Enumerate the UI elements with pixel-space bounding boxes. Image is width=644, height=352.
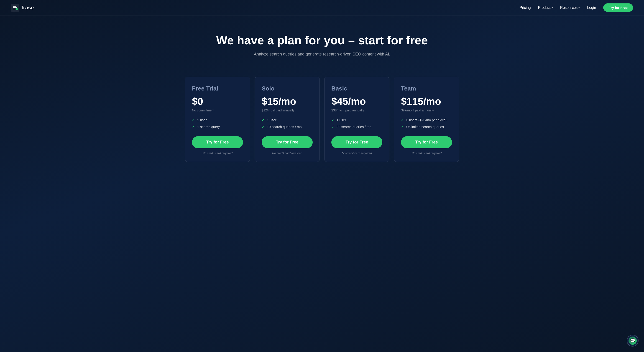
plan-name: Free Trial xyxy=(192,85,243,92)
hero-subheading: Analyze search queries and generate rese… xyxy=(254,52,390,57)
feature-item: ✓ Unlimited search queries xyxy=(401,125,452,129)
feature-text: 1 search query xyxy=(197,125,220,129)
no-credit-text: No credit card required xyxy=(262,152,313,155)
plan-name: Basic xyxy=(331,85,382,92)
plan-price: $115/mo xyxy=(401,96,452,107)
chat-bubble-icon: 💬 xyxy=(628,337,637,345)
no-credit-text: No credit card required xyxy=(401,152,452,155)
svg-rect-1 xyxy=(13,6,16,6)
plan-annual-note: No commitment xyxy=(192,108,243,113)
check-icon: ✓ xyxy=(262,125,264,129)
pricing-card-free-trial: Free Trial $0 No commitment ✓ 1 user ✓ 1… xyxy=(185,77,250,162)
plan-cta-button[interactable]: Try for Free xyxy=(331,136,382,148)
check-icon: ✓ xyxy=(262,118,264,122)
feature-item: ✓ 1 user xyxy=(331,118,382,122)
pricing-grid: Free Trial $0 No commitment ✓ 1 user ✓ 1… xyxy=(174,68,470,176)
plan-annual-note: $97/mo if paid annually xyxy=(401,108,452,113)
svg-point-4 xyxy=(16,8,18,10)
plan-features-list: ✓ 1 user ✓ 1 search query xyxy=(192,118,243,129)
logo[interactable]: frase xyxy=(11,4,34,12)
logo-text: frase xyxy=(22,5,34,11)
feature-text: 1 user xyxy=(197,118,207,122)
feature-item: ✓ 1 search query xyxy=(192,125,243,129)
plan-annual-note: $38/mo if paid annually xyxy=(331,108,382,113)
nav-link-login[interactable]: Login xyxy=(587,6,596,10)
feature-text: 3 users ($25/mo per extra) xyxy=(406,118,446,122)
plan-cta-button[interactable]: Try for Free xyxy=(192,136,243,148)
plan-cta-button[interactable]: Try for Free xyxy=(262,136,313,148)
svg-rect-2 xyxy=(13,7,17,8)
chat-bubble-button[interactable]: 💬 xyxy=(627,335,638,347)
nav-link-resources[interactable]: Resources ▾ xyxy=(560,6,580,10)
nav-link-pricing[interactable]: Pricing xyxy=(520,6,531,10)
feature-item: ✓ 3 users ($25/mo per extra) xyxy=(401,118,452,122)
pricing-card-basic: Basic $45/mo $38/mo if paid annually ✓ 1… xyxy=(324,77,390,162)
plan-features-list: ✓ 1 user ✓ 10 search queries / mo xyxy=(262,118,313,129)
check-icon: ✓ xyxy=(331,125,334,129)
feature-item: ✓ 1 user xyxy=(192,118,243,122)
feature-text: 30 search queries / mo xyxy=(336,125,372,129)
check-icon: ✓ xyxy=(192,118,195,122)
feature-item: ✓ 10 search queries / mo xyxy=(262,125,313,129)
nav-link-product[interactable]: Product ▾ xyxy=(538,6,553,10)
no-credit-text: No credit card required xyxy=(331,152,382,155)
nav-links: Pricing Product ▾ Resources ▾ Login Try … xyxy=(520,3,633,12)
plan-name: Team xyxy=(401,85,452,92)
feature-item: ✓ 30 search queries / mo xyxy=(331,125,382,129)
product-chevron-icon: ▾ xyxy=(552,6,553,9)
check-icon: ✓ xyxy=(331,118,334,122)
feature-text: 1 user xyxy=(267,118,276,122)
check-icon: ✓ xyxy=(401,125,404,129)
plan-cta-button[interactable]: Try for Free xyxy=(401,136,452,148)
pricing-card-team: Team $115/mo $97/mo if paid annually ✓ 3… xyxy=(394,77,459,162)
plan-name: Solo xyxy=(262,85,313,92)
no-credit-text: No credit card required xyxy=(192,152,243,155)
resources-chevron-icon: ▾ xyxy=(578,6,580,9)
pricing-card-solo: Solo $15/mo $12/mo if paid annually ✓ 1 … xyxy=(254,77,320,162)
plan-features-list: ✓ 3 users ($25/mo per extra) ✓ Unlimited… xyxy=(401,118,452,129)
hero-heading: We have a plan for you – start for free xyxy=(11,34,633,47)
svg-rect-3 xyxy=(13,9,15,9)
navigation: frase Pricing Product ▾ Resources ▾ Logi… xyxy=(0,0,644,15)
plan-annual-note: $12/mo if paid annually xyxy=(262,108,313,113)
plan-price: $45/mo xyxy=(331,96,382,107)
feature-text: Unlimited search queries xyxy=(406,125,444,129)
logo-icon xyxy=(11,4,19,12)
feature-text: 1 user xyxy=(336,118,346,122)
feature-text: 10 search queries / mo xyxy=(267,125,302,129)
nav-try-free-button[interactable]: Try for Free xyxy=(603,3,633,12)
plan-price: $15/mo xyxy=(262,96,313,107)
plan-price: $0 xyxy=(192,96,243,107)
feature-item: ✓ 1 user xyxy=(262,118,313,122)
check-icon: ✓ xyxy=(192,125,195,129)
plan-features-list: ✓ 1 user ✓ 30 search queries / mo xyxy=(331,118,382,129)
hero-section: We have a plan for you – start for free … xyxy=(0,15,644,68)
check-icon: ✓ xyxy=(401,118,404,122)
